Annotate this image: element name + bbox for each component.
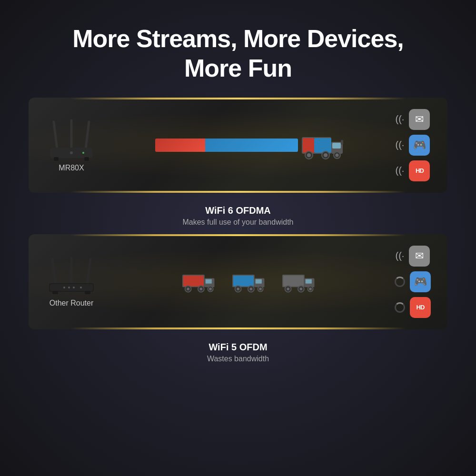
other-row-hd: HD bbox=[395, 297, 431, 318]
svg-point-18 bbox=[336, 153, 339, 157]
other-router-label: Other Router bbox=[50, 299, 93, 307]
wifi-signal-email: ((· bbox=[396, 114, 405, 125]
svg-rect-10 bbox=[314, 138, 331, 153]
svg-rect-12 bbox=[332, 143, 341, 149]
svg-line-22 bbox=[87, 259, 90, 284]
svg-point-14 bbox=[307, 153, 311, 157]
mr80x-row-hd: ((· HD bbox=[396, 160, 430, 181]
svg-point-40 bbox=[209, 288, 212, 290]
svg-rect-34 bbox=[205, 279, 211, 283]
svg-point-48 bbox=[249, 288, 252, 290]
other-router-icon bbox=[45, 256, 98, 296]
truck1-icon bbox=[182, 268, 218, 296]
svg-line-2 bbox=[86, 122, 89, 149]
svg-rect-52 bbox=[283, 276, 303, 287]
svg-point-30 bbox=[80, 287, 82, 288]
hd2-icon: HD bbox=[410, 297, 431, 318]
mr80x-middle bbox=[114, 98, 386, 193]
mr80x-row-email: ((· ✉ bbox=[396, 109, 430, 130]
mr80x-wifi-tech: WiFi 6 OFDMA bbox=[29, 205, 447, 216]
page-title: More Streams, More Devices, More Fun bbox=[72, 24, 404, 83]
game-icon: 🎮 bbox=[409, 135, 430, 156]
comparison-container: MR80X bbox=[29, 98, 447, 371]
mr80x-desc: WiFi 6 OFDMA Makes full use of your band… bbox=[29, 196, 447, 234]
other-router-middle bbox=[114, 234, 386, 329]
multiple-trucks bbox=[182, 268, 318, 296]
svg-line-0 bbox=[54, 122, 57, 149]
svg-point-56 bbox=[287, 288, 289, 290]
mail2-icon: ✉ bbox=[409, 246, 430, 267]
svg-rect-9 bbox=[303, 138, 314, 153]
mr80x-truck bbox=[155, 129, 345, 162]
svg-rect-19 bbox=[341, 140, 343, 145]
other-row-game: 🎮 bbox=[395, 271, 431, 292]
svg-point-38 bbox=[199, 288, 202, 290]
svg-point-36 bbox=[187, 288, 189, 290]
svg-rect-26 bbox=[85, 291, 90, 294]
svg-rect-44 bbox=[255, 279, 261, 283]
game2-icon: 🎮 bbox=[410, 271, 431, 292]
mr80x-row-game: ((· 🎮 bbox=[396, 135, 430, 156]
truck3-icon bbox=[282, 268, 318, 296]
title-section: More Streams, More Devices, More Fun bbox=[63, 0, 413, 98]
other-router-area: Other Router bbox=[29, 234, 114, 329]
svg-rect-5 bbox=[84, 157, 89, 161]
wifi-signal2-email: ((· bbox=[396, 250, 405, 261]
truck2-icon bbox=[232, 268, 268, 296]
hd-icon: HD bbox=[409, 160, 430, 181]
svg-point-46 bbox=[237, 288, 239, 290]
title-line2: More Fun bbox=[184, 54, 292, 82]
other-router-desc: WiFi 5 OFDM Wastes bandwidth bbox=[29, 332, 447, 371]
mr80x-wifi-desc: Makes full use of your bandwidth bbox=[29, 218, 447, 227]
mr80x-router-icon bbox=[45, 118, 98, 161]
svg-point-58 bbox=[299, 288, 302, 290]
mr80x-label: MR80X bbox=[59, 164, 84, 172]
svg-rect-42 bbox=[233, 276, 253, 287]
svg-rect-25 bbox=[52, 291, 58, 294]
svg-point-7 bbox=[82, 152, 84, 154]
svg-rect-4 bbox=[54, 157, 59, 161]
cargo-bar bbox=[155, 139, 298, 152]
other-row-email: ((· ✉ bbox=[396, 246, 430, 267]
svg-rect-54 bbox=[305, 279, 311, 283]
svg-point-60 bbox=[309, 288, 312, 290]
svg-point-6 bbox=[70, 151, 73, 154]
svg-point-50 bbox=[259, 288, 262, 290]
other-router-panel: Other Router bbox=[29, 234, 447, 329]
mr80x-router-area: MR80X bbox=[29, 98, 114, 193]
wifi-signal-game: ((· bbox=[396, 139, 405, 150]
svg-point-28 bbox=[68, 287, 70, 288]
cargo-blue bbox=[205, 139, 298, 152]
svg-point-16 bbox=[324, 153, 327, 157]
big-truck-icon bbox=[302, 129, 345, 162]
spinner-game bbox=[395, 277, 405, 287]
cargo-red bbox=[155, 139, 205, 152]
mr80x-panel: MR80X bbox=[29, 98, 447, 193]
svg-rect-32 bbox=[183, 276, 203, 287]
wifi-signal-hd: ((· bbox=[396, 165, 405, 176]
spinner-hd bbox=[395, 302, 405, 313]
svg-point-27 bbox=[63, 287, 65, 288]
title-line1: More Streams, More Devices, bbox=[72, 25, 404, 52]
other-router-icons: ((· ✉ 🎮 HD bbox=[386, 234, 447, 329]
mr80x-icons: ((· ✉ ((· 🎮 ((· HD bbox=[386, 98, 447, 193]
other-wifi-desc: Wastes bandwidth bbox=[29, 355, 447, 363]
other-wifi-tech: WiFi 5 OFDM bbox=[29, 342, 447, 353]
svg-point-29 bbox=[73, 287, 75, 288]
mail-icon: ✉ bbox=[409, 109, 430, 130]
svg-line-20 bbox=[52, 259, 56, 284]
svg-rect-24 bbox=[50, 284, 93, 291]
